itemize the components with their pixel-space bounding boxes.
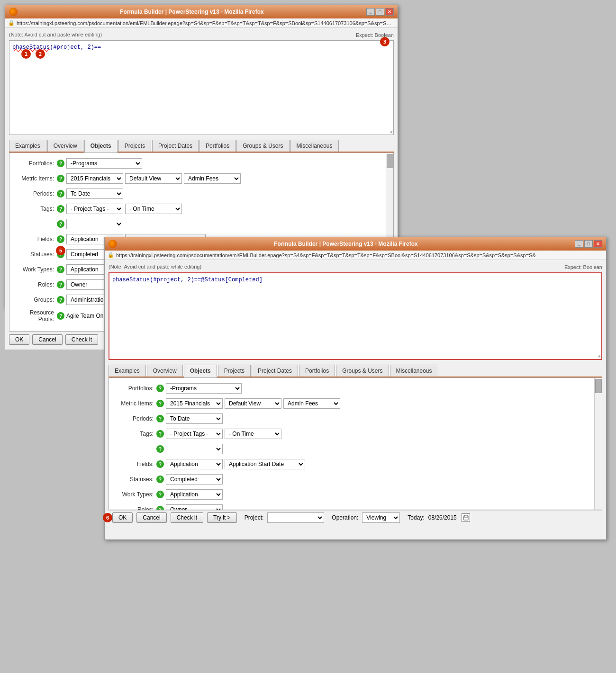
- tab-projects-2[interactable]: Projects: [218, 365, 251, 377]
- tab-project-dates-1[interactable]: Project Dates: [152, 140, 199, 152]
- tab-groups-users-1[interactable]: Groups & Users: [236, 140, 289, 152]
- tab-objects-2[interactable]: Objects: [184, 365, 217, 377]
- tab-examples-2[interactable]: Examples: [109, 365, 146, 377]
- roles-select-2[interactable]: Owner: [166, 504, 223, 510]
- roles-help-1[interactable]: ?: [57, 281, 64, 288]
- work-types-help-1[interactable]: ?: [57, 266, 64, 273]
- tags-extra-select-2[interactable]: [166, 444, 223, 454]
- lock-icon-2: 🔒: [108, 252, 114, 258]
- tab-overview-2[interactable]: Overview: [147, 365, 183, 377]
- statuses-select-2[interactable]: Completed: [166, 474, 223, 485]
- periods-select-2[interactable]: To Date: [166, 413, 223, 424]
- metric-select-1c[interactable]: Admin Fees: [184, 173, 241, 184]
- maximize-btn-2[interactable]: □: [584, 240, 593, 248]
- window-2-title: Formula Builder | PowerSteering v13 - Mo…: [117, 241, 575, 247]
- ok-button-1[interactable]: OK: [9, 334, 29, 345]
- fields-help-2[interactable]: ?: [156, 460, 164, 468]
- tab-overview-1[interactable]: Overview: [47, 140, 83, 152]
- form-area-2: Portfolios: ? -Programs Metric Items: ? …: [109, 377, 602, 510]
- scrollbar-thumb-1[interactable]: [387, 154, 393, 168]
- metric-select-2a[interactable]: 2015 Financials: [166, 398, 223, 409]
- formula-editor-2[interactable]: phaseStatus(#project, 2)==@Status[Comple…: [109, 272, 602, 360]
- minimize-btn-2[interactable]: _: [575, 240, 583, 248]
- formula-editor-1[interactable]: phaseStatus(#project, 2)== 1 2 3 ◢: [9, 40, 394, 135]
- close-btn-2[interactable]: ✕: [594, 240, 602, 248]
- tags-select-1a[interactable]: - Project Tags -: [66, 204, 123, 214]
- tab-examples-1[interactable]: Examples: [9, 140, 46, 152]
- metric-select-1a[interactable]: 2015 Financials: [66, 173, 123, 184]
- work-types-select-2[interactable]: Application: [166, 489, 223, 500]
- metric-help-1[interactable]: ?: [57, 175, 64, 182]
- metric-help-2[interactable]: ?: [156, 400, 164, 407]
- try-it-button[interactable]: Try it >: [207, 512, 237, 523]
- cancel-button-2[interactable]: Cancel: [136, 512, 166, 523]
- tags-extra-help-1[interactable]: ?: [57, 220, 64, 228]
- tags-select-1b[interactable]: - On Time: [125, 204, 182, 214]
- tab-miscellaneous-2[interactable]: Miscellaneous: [390, 365, 438, 377]
- operation-label: Operation:: [332, 514, 358, 521]
- tags-extra-help-2[interactable]: ?: [156, 445, 164, 453]
- tab-groups-users-2[interactable]: Groups & Users: [336, 365, 389, 377]
- resize-handle-1[interactable]: ◢: [390, 128, 392, 134]
- roles-help-2[interactable]: ?: [156, 506, 164, 510]
- tags-extra-select-1[interactable]: [66, 219, 123, 229]
- resize-handle-2[interactable]: ◢: [598, 353, 600, 358]
- tags-extra-row-2: ?: [114, 443, 592, 455]
- metric-items-label-1: Metric Items:: [14, 175, 57, 182]
- resource-pools-help-1[interactable]: ?: [57, 312, 64, 320]
- tab-objects-1[interactable]: Objects: [84, 140, 118, 153]
- resource-pools-label-1: Resource Pools:: [14, 309, 57, 323]
- badge-6: 6: [103, 513, 112, 522]
- tab-portfolios-1[interactable]: Portfolios: [199, 140, 236, 152]
- scrollbar-2[interactable]: [594, 378, 602, 510]
- tab-project-dates-2[interactable]: Project Dates: [252, 365, 298, 377]
- portfolios-help-1[interactable]: ?: [57, 160, 64, 167]
- portfolios-row-1: Portfolios: ? -Programs: [14, 158, 384, 169]
- metric-items-row-1: Metric Items: ? 2015 Financials Default …: [14, 173, 384, 184]
- ok-button-2[interactable]: OK: [112, 512, 133, 523]
- operation-select[interactable]: Viewing: [362, 512, 400, 523]
- tags-label-2: Tags:: [114, 431, 156, 437]
- check-it-button-1[interactable]: Check it: [65, 334, 98, 345]
- roles-row-2: Roles: ? Owner: [114, 504, 592, 510]
- titlebar-2: Formula Builder | PowerSteering v13 - Mo…: [105, 237, 606, 251]
- statuses-help-2[interactable]: ?: [156, 476, 164, 483]
- window-1-controls[interactable]: _ □ ✕: [366, 8, 394, 16]
- expect-1: Expect: Boolean: [356, 32, 394, 38]
- calendar-icon[interactable]: [462, 513, 470, 522]
- periods-select-1[interactable]: To Date: [66, 188, 123, 199]
- project-select[interactable]: [267, 512, 324, 523]
- portfolios-select-1[interactable]: -Programs: [66, 158, 142, 169]
- window-2-controls[interactable]: _ □ ✕: [575, 240, 602, 248]
- tab-miscellaneous-1[interactable]: Miscellaneous: [290, 140, 339, 152]
- tags-select-2b[interactable]: - On Time: [225, 429, 281, 439]
- today-value: 08/26/2015: [428, 514, 457, 521]
- work-types-help-2[interactable]: ?: [156, 491, 164, 498]
- tags-help-2[interactable]: ?: [156, 430, 164, 438]
- portfolios-select-2[interactable]: -Programs: [166, 383, 242, 394]
- tab-projects-1[interactable]: Projects: [118, 140, 151, 152]
- fields-label-1: Fields:: [14, 236, 57, 242]
- metric-select-2b[interactable]: Default View: [225, 398, 281, 409]
- portfolios-help-2[interactable]: ?: [156, 385, 164, 392]
- fields-select-2b[interactable]: Application Start Date: [225, 459, 305, 469]
- tags-select-2a[interactable]: - Project Tags -: [166, 429, 223, 439]
- periods-help-2[interactable]: ?: [156, 415, 164, 422]
- fields-help-1[interactable]: ?: [57, 235, 64, 243]
- fields-select-2a[interactable]: Application: [166, 459, 223, 469]
- tags-help-1[interactable]: ?: [57, 205, 64, 213]
- periods-help-1[interactable]: ?: [57, 190, 64, 197]
- tabs-bar-2: Examples Overview Objects Projects Proje…: [109, 365, 602, 377]
- window-2: Formula Builder | PowerSteering v13 - Mo…: [104, 237, 607, 540]
- groups-help-1[interactable]: ?: [57, 296, 64, 304]
- close-btn-1[interactable]: ✕: [385, 8, 394, 16]
- fields-row-2: Fields: ? Application Application Start …: [114, 458, 592, 470]
- maximize-btn-1[interactable]: □: [376, 8, 384, 16]
- tab-portfolios-2[interactable]: Portfolios: [299, 365, 335, 377]
- metric-select-2c[interactable]: Admin Fees: [283, 398, 340, 409]
- metric-select-1b[interactable]: Default View: [125, 173, 182, 184]
- minimize-btn-1[interactable]: _: [366, 8, 375, 16]
- check-it-button-2[interactable]: Check it: [171, 512, 203, 523]
- scrollbar-thumb-2[interactable]: [595, 379, 602, 393]
- cancel-button-1[interactable]: Cancel: [32, 334, 62, 345]
